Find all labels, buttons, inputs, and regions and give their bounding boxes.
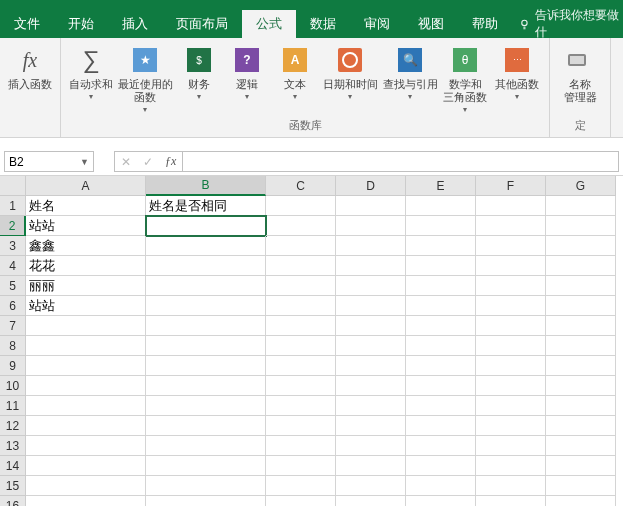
cell-A7[interactable] [26, 316, 146, 336]
cell-A9[interactable] [26, 356, 146, 376]
row-header-10[interactable]: 10 [0, 376, 26, 396]
cell-F5[interactable] [476, 276, 546, 296]
cell-E15[interactable] [406, 476, 476, 496]
enter-icon[interactable]: ✓ [143, 155, 153, 169]
column-header-G[interactable]: G [546, 176, 616, 196]
formula-bar[interactable] [182, 151, 619, 172]
cell-E1[interactable] [406, 196, 476, 216]
cell-C7[interactable] [266, 316, 336, 336]
cell-C14[interactable] [266, 456, 336, 476]
cell-A5[interactable]: 丽丽 [26, 276, 146, 296]
cell-B11[interactable] [146, 396, 266, 416]
cell-F7[interactable] [476, 316, 546, 336]
cell-D4[interactable] [336, 256, 406, 276]
cell-F4[interactable] [476, 256, 546, 276]
column-header-D[interactable]: D [336, 176, 406, 196]
cell-D11[interactable] [336, 396, 406, 416]
math-button[interactable]: θ 数学和 三角函数 ▾ [439, 42, 491, 114]
cell-C10[interactable] [266, 376, 336, 396]
select-all-triangle[interactable] [0, 176, 26, 196]
row-header-5[interactable]: 5 [0, 276, 26, 296]
tab-review[interactable]: 审阅 [350, 10, 404, 38]
column-header-E[interactable]: E [406, 176, 476, 196]
cell-G8[interactable] [546, 336, 616, 356]
row-header-4[interactable]: 4 [0, 256, 26, 276]
row-header-6[interactable]: 6 [0, 296, 26, 316]
cell-E2[interactable] [406, 216, 476, 236]
cell-F6[interactable] [476, 296, 546, 316]
cell-A11[interactable] [26, 396, 146, 416]
row-header-1[interactable]: 1 [0, 196, 26, 216]
cell-C1[interactable] [266, 196, 336, 216]
cell-F8[interactable] [476, 336, 546, 356]
cell-E8[interactable] [406, 336, 476, 356]
row-header-7[interactable]: 7 [0, 316, 26, 336]
cell-A13[interactable] [26, 436, 146, 456]
row-header-12[interactable]: 12 [0, 416, 26, 436]
cell-B4[interactable] [146, 256, 266, 276]
row-header-16[interactable]: 16 [0, 496, 26, 506]
cell-B14[interactable] [146, 456, 266, 476]
cell-A1[interactable]: 姓名 [26, 196, 146, 216]
cell-C4[interactable] [266, 256, 336, 276]
cell-B7[interactable] [146, 316, 266, 336]
tab-view[interactable]: 视图 [404, 10, 458, 38]
cell-C15[interactable] [266, 476, 336, 496]
cell-D12[interactable] [336, 416, 406, 436]
row-header-2[interactable]: 2 [0, 216, 26, 236]
row-header-14[interactable]: 14 [0, 456, 26, 476]
cell-C5[interactable] [266, 276, 336, 296]
cell-D7[interactable] [336, 316, 406, 336]
cell-G2[interactable] [546, 216, 616, 236]
tab-help[interactable]: 帮助 [458, 10, 512, 38]
tab-data[interactable]: 数据 [296, 10, 350, 38]
cell-C3[interactable] [266, 236, 336, 256]
row-header-3[interactable]: 3 [0, 236, 26, 256]
cell-C2[interactable] [266, 216, 336, 236]
cell-D15[interactable] [336, 476, 406, 496]
cell-F16[interactable] [476, 496, 546, 506]
fx-icon[interactable]: ƒx [165, 154, 176, 169]
cell-F2[interactable] [476, 216, 546, 236]
cell-G4[interactable] [546, 256, 616, 276]
cell-G7[interactable] [546, 316, 616, 336]
text-button[interactable]: A 文本 ▾ [271, 42, 319, 101]
column-header-B[interactable]: B [146, 176, 266, 196]
cell-F14[interactable] [476, 456, 546, 476]
tab-home[interactable]: 开始 [54, 10, 108, 38]
autosum-button[interactable]: ∑ 自动求和 ▾ [67, 42, 115, 101]
cell-C11[interactable] [266, 396, 336, 416]
cell-C13[interactable] [266, 436, 336, 456]
lookup-button[interactable]: 🔍 查找与引用 ▾ [381, 42, 439, 101]
cell-A12[interactable] [26, 416, 146, 436]
cell-A15[interactable] [26, 476, 146, 496]
cell-C9[interactable] [266, 356, 336, 376]
cell-G3[interactable] [546, 236, 616, 256]
cell-B6[interactable] [146, 296, 266, 316]
cell-A16[interactable] [26, 496, 146, 506]
cell-A6[interactable]: 站站 [26, 296, 146, 316]
row-header-11[interactable]: 11 [0, 396, 26, 416]
cell-G12[interactable] [546, 416, 616, 436]
cell-D2[interactable] [336, 216, 406, 236]
cell-G13[interactable] [546, 436, 616, 456]
cell-C12[interactable] [266, 416, 336, 436]
logical-button[interactable]: ? 逻辑 ▾ [223, 42, 271, 101]
cell-E9[interactable] [406, 356, 476, 376]
cell-D1[interactable] [336, 196, 406, 216]
cancel-icon[interactable]: ✕ [121, 155, 131, 169]
cell-B1[interactable]: 姓名是否相同 [146, 196, 266, 216]
cell-A10[interactable] [26, 376, 146, 396]
cell-A2[interactable]: 站站 [26, 216, 146, 236]
column-header-C[interactable]: C [266, 176, 336, 196]
cell-A4[interactable]: 花花 [26, 256, 146, 276]
cell-G11[interactable] [546, 396, 616, 416]
cell-G6[interactable] [546, 296, 616, 316]
row-header-15[interactable]: 15 [0, 476, 26, 496]
cell-B12[interactable] [146, 416, 266, 436]
cell-E6[interactable] [406, 296, 476, 316]
cell-E4[interactable] [406, 256, 476, 276]
cell-E10[interactable] [406, 376, 476, 396]
insert-function-button[interactable]: fx 插入函数 [6, 42, 54, 91]
cell-B10[interactable] [146, 376, 266, 396]
